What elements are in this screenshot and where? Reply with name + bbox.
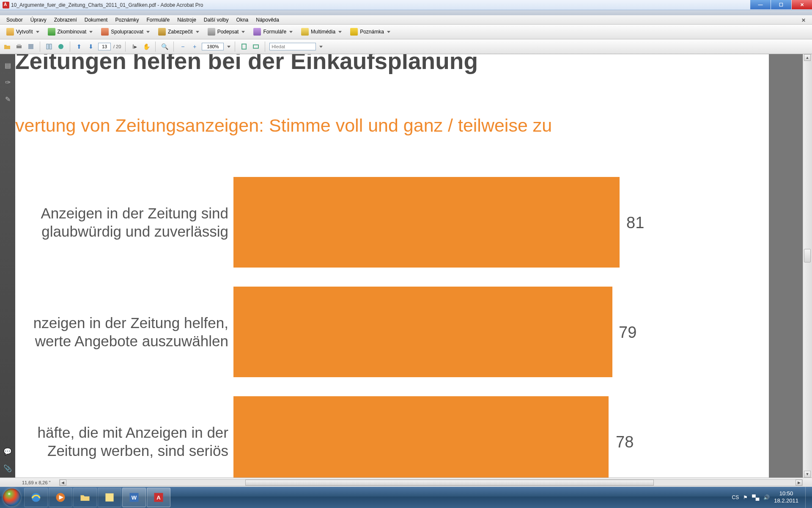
toolbar-main: Vytvořit Zkombinovat Spolupracovat Zabez… [0,25,812,39]
window-controls: — ☐ ✕ [750,0,812,9]
system-tray[interactable]: CS ⚑ ▀▄ 🔊 10:50 18.2.2011 [732,487,812,508]
close-doc-button[interactable]: ✕ [798,16,809,25]
page-thumbnails-icon[interactable]: ▤ [3,61,12,69]
page-total: / 20 [113,44,121,49]
taskbar-app-ie[interactable] [24,488,48,507]
show-desktop-button[interactable] [805,487,810,508]
menu-view[interactable]: Zobrazení [50,16,81,24]
menu-file[interactable]: Soubor [3,16,27,24]
taskbar-app-word[interactable]: W [122,488,146,507]
horizontal-scrollbar[interactable]: ◀ ▶ [59,479,803,486]
close-button[interactable]: ✕ [792,0,812,9]
open-button[interactable] [3,42,12,51]
svg-text:W: W [132,494,137,501]
svg-rect-4 [49,44,52,49]
svg-rect-2 [28,44,33,49]
svg-rect-0 [16,45,22,48]
taskbar-app-explorer[interactable] [73,488,97,507]
tray-network-icon[interactable]: ▀▄ [752,494,759,500]
menu-window[interactable]: Okna [233,16,252,24]
create-button[interactable]: Vytvořit [3,26,43,37]
windows-orb-icon [3,489,21,506]
maximize-button[interactable]: ☐ [771,0,791,9]
language-indicator[interactable]: CS [732,494,739,500]
scroll-right-button[interactable]: ▶ [796,480,802,486]
collaborate-icon [101,28,109,36]
select-tool[interactable]: I▸ [130,42,139,51]
doc-filename: 10_Argumente_fuer_die_Zeitung_Charts_201… [11,2,156,8]
zoom-in-button[interactable]: + [190,42,199,51]
taskbar-app-sticky[interactable] [98,488,121,507]
zoom-input[interactable] [202,43,224,50]
email-button[interactable] [56,42,66,51]
menu-forms[interactable]: Formuláře [143,16,173,24]
marquee-zoom[interactable]: 🔍 [160,42,169,51]
taskbar-app-reader[interactable]: A [147,488,170,507]
combine-button[interactable]: Zkombinovat [44,26,97,37]
comment-icon [350,28,358,36]
pen-icon [208,28,215,36]
nav-pane[interactable]: ▤ ✑ ✎ 💬 📎 [0,54,15,478]
chevron-down-icon [146,31,150,33]
tray-clock[interactable]: 10:50 18.2.2011 [774,490,798,505]
scroll-thumb[interactable] [245,480,654,486]
attachments-icon[interactable]: 📎 [3,464,12,472]
start-button[interactable] [0,487,24,508]
search-input[interactable] [269,43,316,50]
bookmarks-icon[interactable]: ✑ [3,78,12,86]
fit-page-button[interactable] [239,42,249,51]
multimedia-button[interactable]: Multimédia [297,26,346,37]
taskbar-app-wmp[interactable] [49,488,72,507]
menu-edit[interactable]: Úpravy [27,16,50,24]
signatures-icon[interactable]: ✎ [3,95,12,103]
svg-rect-3 [47,44,49,49]
comment-button[interactable]: Poznámka [346,26,394,37]
sign-button[interactable]: Podepsat [204,26,249,37]
fit-width-button[interactable] [251,42,261,51]
menubar[interactable]: Soubor Úpravy Zobrazení Dokument Poznámk… [0,15,812,25]
lock-icon [158,28,166,36]
tray-flag-icon[interactable]: ⚑ [743,494,748,500]
save-button[interactable] [26,42,36,51]
taskbar[interactable]: W A CS ⚑ ▀▄ 🔊 10:50 18.2.2011 [0,487,812,508]
chevron-down-icon [387,31,390,33]
page-number-input[interactable] [98,43,111,50]
page-view[interactable]: Zeitungen helfen bei der Einkaufsplanung… [15,54,803,478]
app-window: 10_Argumente_fuer_die_Zeitung_Charts_201… [0,0,812,487]
scroll-thumb[interactable] [804,249,811,262]
zoom-out-button[interactable]: − [178,42,187,51]
chevron-down-icon [196,31,199,33]
scroll-left-button[interactable]: ◀ [60,480,66,486]
scroll-up-button[interactable]: ▲ [804,54,811,61]
hand-tool[interactable]: ✋ [142,42,151,51]
chevron-down-icon [241,31,245,33]
menu-comments[interactable]: Poznámky [111,16,143,24]
forms-button[interactable]: Formuláře [250,26,296,37]
combine-icon [48,28,55,36]
prev-page-button[interactable]: ⬆ [74,42,84,51]
pages-button[interactable] [44,42,54,51]
chevron-down-icon[interactable] [319,46,323,48]
scroll-down-button[interactable]: ▼ [804,471,811,478]
tray-volume-icon[interactable]: 🔊 [763,494,770,500]
svg-rect-1 [17,44,21,46]
minimize-button[interactable]: — [750,0,771,9]
app-icon [3,2,9,8]
chevron-down-icon[interactable] [227,46,230,48]
pdf-page: Zeitungen helfen bei der Einkaufsplanung… [15,54,769,478]
menu-tools[interactable]: Nástroje [173,16,200,24]
vertical-scrollbar[interactable]: ▲ ▼ [803,54,812,478]
menu-advanced[interactable]: Další volby [200,16,233,24]
secure-button[interactable]: Zabezpečit [154,26,203,37]
menu-document[interactable]: Dokument [81,16,112,24]
next-page-button[interactable]: ⬇ [86,42,96,51]
multimedia-icon [301,28,309,36]
comments-icon[interactable]: 💬 [3,447,12,456]
titlebar[interactable]: 10_Argumente_fuer_die_Zeitung_Charts_201… [0,0,812,10]
print-button[interactable] [14,42,24,51]
collaborate-button[interactable]: Spolupracovat [97,26,154,37]
chevron-down-icon [89,31,93,33]
statusbar: 11,69 x 8,26 " ◀ ▶ [0,478,812,487]
chart-value: 78 [616,433,634,451]
menu-help[interactable]: Nápověda [252,16,283,24]
